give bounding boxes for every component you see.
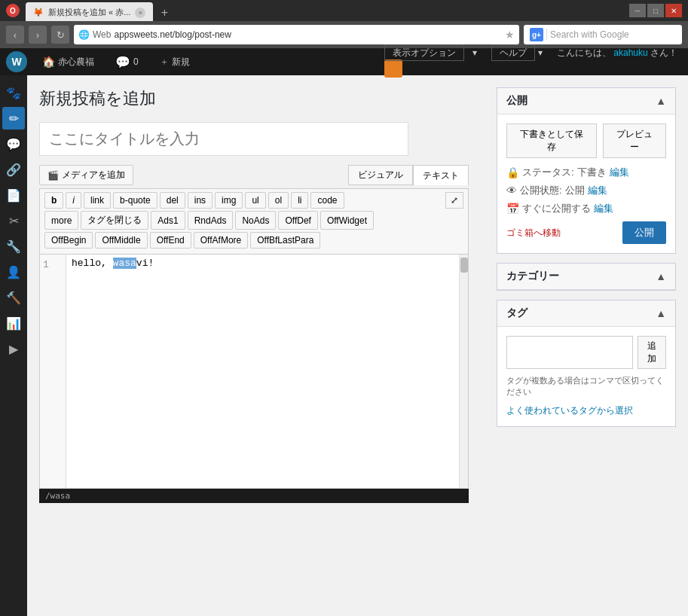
- offafmore-btn[interactable]: OffAfMore: [194, 232, 248, 249]
- tag-panel-title: タグ: [506, 306, 527, 320]
- tag-panel-header: タグ ▲: [497, 300, 675, 327]
- category-panel-header: カテゴリー ▲: [497, 264, 675, 290]
- visibility-label: 公開状態:: [520, 184, 562, 197]
- sidebar-icon-comments[interactable]: 💬: [2, 133, 25, 155]
- bookmark-icon[interactable]: ★: [505, 29, 515, 41]
- schedule-edit-link[interactable]: 編集: [594, 202, 613, 215]
- status-label: ステータス:: [522, 166, 574, 179]
- category-panel-arrow[interactable]: ▲: [656, 270, 666, 282]
- ads1-btn[interactable]: Ads1: [151, 211, 185, 230]
- close-button[interactable]: ✕: [665, 4, 682, 17]
- status-icon: 🔒: [506, 166, 519, 178]
- help-btn[interactable]: ヘルプ: [491, 44, 535, 61]
- ul-btn[interactable]: ul: [245, 192, 265, 209]
- text-tab[interactable]: テキスト: [413, 165, 469, 185]
- italic-btn[interactable]: i: [66, 192, 81, 209]
- sidebar-icon-wp[interactable]: 🐾: [2, 81, 25, 104]
- more-btn[interactable]: more: [44, 211, 78, 230]
- new-tab-button[interactable]: +: [156, 5, 173, 21]
- offend-btn[interactable]: OffEnd: [150, 232, 191, 249]
- tag-panel-body: 追加 タグが複数ある場合はコンマで区切ってください よく使われているタグから選択: [497, 327, 675, 426]
- publish-panel-header: 公開 ▲: [497, 88, 675, 114]
- editor-wrapper: 1 hello, wasavi!: [39, 254, 469, 489]
- expand-btn[interactable]: ⤢: [445, 192, 463, 209]
- sidebar-icon-pages[interactable]: 📄: [2, 184, 25, 206]
- offbegin-btn[interactable]: OffBegin: [44, 232, 93, 249]
- category-panel-title: カテゴリー: [506, 270, 559, 283]
- ol-btn[interactable]: ol: [268, 192, 289, 209]
- preview-button[interactable]: プレビュー: [603, 124, 666, 158]
- editor-selected-text: wasa: [113, 258, 136, 269]
- sidebar-icon-tools[interactable]: 🔨: [2, 286, 25, 309]
- status-edit-link[interactable]: 編集: [610, 166, 629, 179]
- wp-sidebar: 🐾 ✏ 💬 🔗 📄 ✂ 🔧 👤 🔨 📊 ▶: [0, 75, 27, 616]
- offdef-btn[interactable]: OffDef: [278, 211, 317, 230]
- maximize-button[interactable]: □: [647, 4, 664, 17]
- comments-link[interactable]: 💬 0: [109, 52, 145, 72]
- comment-count: 0: [133, 56, 139, 67]
- tag-panel-arrow[interactable]: ▲: [656, 307, 666, 319]
- new-post-link[interactable]: ＋ 新規: [154, 53, 196, 72]
- visibility-icon: 👁: [506, 184, 517, 197]
- tab-title: 新規投稿を追加 « 赤...: [48, 7, 130, 18]
- img-btn[interactable]: img: [215, 192, 243, 209]
- sidebar-icon-users[interactable]: 👤: [2, 261, 25, 283]
- bquote-btn[interactable]: b-quote: [113, 192, 157, 209]
- sidebar-icon-settings[interactable]: 📊: [2, 312, 25, 334]
- sidebar-icon-plugins[interactable]: 🔧: [2, 235, 25, 258]
- search-placeholder: Search with Google: [550, 29, 629, 40]
- save-draft-button[interactable]: 下書きとして保存: [506, 124, 597, 158]
- schedule-row: 📅 すぐに公開する 編集: [506, 202, 666, 215]
- forward-button[interactable]: ›: [29, 26, 47, 44]
- tab-close-btn[interactable]: ×: [135, 8, 145, 18]
- publish-panel-arrow[interactable]: ▲: [656, 95, 666, 107]
- minimize-button[interactable]: ─: [629, 4, 646, 17]
- sidebar-icon-dashboard[interactable]: ✏: [2, 107, 25, 130]
- publish-button[interactable]: 公開: [622, 221, 666, 244]
- link-btn[interactable]: link: [84, 192, 111, 209]
- display-options-btn[interactable]: 表示オプション: [384, 44, 464, 61]
- offmiddle-btn[interactable]: OffMiddle: [95, 232, 147, 249]
- editor-toolbar-row3: OffBegin OffMiddle OffEnd OffAfMore OffB…: [44, 232, 463, 249]
- ins-btn[interactable]: ins: [188, 192, 213, 209]
- address-globe-icon: 🌐: [78, 29, 90, 40]
- site-name-link[interactable]: 🏠 赤心農福: [36, 53, 100, 72]
- visibility-edit-link[interactable]: 編集: [588, 184, 607, 197]
- username-text[interactable]: akahuku: [613, 47, 647, 58]
- back-button[interactable]: ‹: [6, 26, 24, 44]
- tag-input[interactable]: [506, 336, 633, 369]
- code-btn[interactable]: code: [310, 192, 344, 209]
- bold-btn[interactable]: b: [44, 192, 63, 209]
- greeting-suffix: さん！: [650, 47, 677, 58]
- visual-tab[interactable]: ビジュアル: [348, 165, 413, 185]
- help-arrow: ▾: [538, 47, 543, 58]
- sidebar-icon-links[interactable]: 🔗: [2, 158, 25, 181]
- greeting-bar: 表示オプション ▾ ヘルプ ▾ こんにちは、 akahuku さん！: [384, 47, 682, 78]
- address-bar[interactable]: 🌐 Web appsweets.net/blog/post-new ★: [74, 25, 519, 44]
- close-tags-btn[interactable]: タグを閉じる: [81, 211, 148, 230]
- sidebar-icon-appearance[interactable]: ✂: [2, 209, 25, 232]
- search-bar[interactable]: g+ Search with Google: [524, 25, 682, 44]
- add-media-button[interactable]: 🎬 メディアを追加: [39, 165, 133, 185]
- editor-content-suffix: vi!: [136, 258, 154, 269]
- rndads-btn[interactable]: RndAds: [188, 211, 234, 230]
- reload-button[interactable]: ↻: [51, 26, 69, 44]
- li-btn[interactable]: li: [291, 192, 308, 209]
- user-avatar[interactable]: [384, 59, 402, 78]
- wp-logo[interactable]: W: [6, 51, 27, 72]
- trash-link[interactable]: ゴミ箱へ移動: [506, 227, 561, 239]
- sidebar-icon-media[interactable]: ▶: [2, 337, 25, 360]
- active-tab[interactable]: 🦊 新規投稿を追加 « 赤... ×: [26, 2, 153, 21]
- popular-tags-link[interactable]: よく使われているタグから選択: [506, 405, 633, 416]
- del-btn[interactable]: del: [160, 192, 185, 209]
- noads-btn[interactable]: NoAds: [235, 211, 276, 230]
- post-title-input[interactable]: [39, 122, 408, 156]
- search-divider: [546, 29, 547, 41]
- visibility-row: 👁 公開状態: 公開 編集: [506, 184, 666, 197]
- address-url: appsweets.net/blog/post-new: [114, 29, 231, 40]
- right-sidebar: 公開 ▲ 下書きとして保存 プレビュー 🔒 ステータス: 下書き 編集 👁 公開…: [485, 75, 688, 616]
- offbflastpara-btn[interactable]: OffBfLastPara: [250, 232, 320, 249]
- tag-add-button[interactable]: 追加: [638, 336, 666, 369]
- offwidget-btn[interactable]: OffWidget: [320, 211, 374, 230]
- tag-hint: タグが複数ある場合はコンマで区切ってください: [506, 375, 666, 398]
